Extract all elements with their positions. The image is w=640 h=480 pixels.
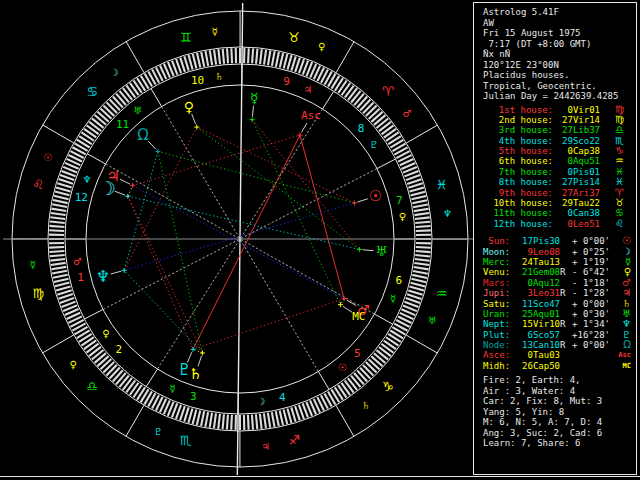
aspect-line (124, 127, 197, 270)
degree-tick (100, 109, 111, 119)
degree-tick (408, 183, 422, 187)
planet-glyph: ☿ (250, 90, 259, 106)
house-value: 0Cap38 (553, 146, 600, 156)
degree-tick (413, 271, 428, 274)
sign-ruler-icon: ♆ (443, 208, 452, 219)
degree-tick (248, 48, 249, 63)
degree-tick (227, 415, 228, 430)
aspect-line (197, 127, 355, 203)
degree-tick (272, 412, 275, 427)
house-ruler-icon: ♂ (73, 256, 82, 267)
degree-tick (413, 204, 428, 207)
sign-boundary (126, 405, 144, 436)
house-ruler-icon: ☉ (338, 362, 347, 373)
house-value: 27Lib37 (553, 125, 600, 135)
header-line: 7:17 (DT +8:00 GMT) (483, 39, 636, 50)
degree-tick (214, 413, 216, 428)
degree-tick (51, 213, 66, 215)
degree-tick (411, 196, 426, 199)
degree-tick (52, 204, 67, 207)
degree-tick (189, 55, 193, 69)
planet-position: 15Vir10 (510, 319, 560, 329)
retrograde-flag (560, 278, 567, 288)
degree-tick (184, 407, 188, 421)
degree-tick (264, 413, 266, 428)
degree-tick (56, 286, 70, 290)
sign-ruler-icon: ☿ (212, 26, 218, 37)
degree-tick (57, 290, 71, 294)
planet-position-list: Sun:17Pis30+ 0°00'☉Moon:9Leo08+ 0°25'☽Me… (483, 236, 636, 371)
sign-ruler-icon: ♀ (318, 41, 325, 52)
planet-row: Mars:0Aqu12- 1°18'♂ (483, 278, 636, 288)
house-cusp (87, 154, 105, 164)
planet-row: Sun:17Pis30+ 0°00'☉ (483, 236, 636, 246)
degree-tick (49, 251, 64, 252)
degree-tick (218, 414, 220, 429)
house-label: 9th house: (483, 188, 553, 198)
planet-glyph: ☉ (369, 187, 382, 205)
sign-ruler-icon: ☿ (29, 259, 35, 270)
stat-line: Fire: 2, Earth: 4, (483, 375, 636, 386)
house-ruler-icon: ☽ (256, 396, 265, 407)
degree-tick (100, 359, 111, 369)
planet-label: Sun: (483, 236, 510, 246)
planet-position: 0Aqu12 (510, 278, 560, 288)
house-label: 5th house: (483, 146, 553, 156)
house-cusp (377, 159, 396, 169)
degree-tick (288, 55, 292, 69)
degree-tick (414, 263, 429, 265)
retrograde-flag: R (560, 288, 567, 298)
house-value: 0Can38 (553, 208, 600, 218)
degree-tick (260, 414, 262, 429)
planet-position: 11Sco47 (510, 299, 560, 309)
degree-tick (110, 99, 120, 110)
house-row: 2nd house:27Vir14♍ (483, 115, 636, 125)
retrograde-flag (560, 247, 567, 257)
house-label: 12th house: (483, 219, 553, 229)
house-label: 8th house: (483, 177, 553, 187)
planet-velocity: - 1°18' (567, 278, 610, 288)
planet-glyph: ♃ (106, 167, 119, 185)
aspect-line (252, 120, 359, 250)
planet-label: Merc: (483, 257, 510, 267)
planet-position: 13Can10 (510, 340, 560, 350)
degree-tick (276, 411, 279, 426)
degree-tick (252, 48, 253, 63)
house-label: 10th house: (483, 198, 553, 208)
degree-tick (50, 217, 65, 219)
degree-tick (223, 414, 224, 429)
house-cusp-list: 1st house:0Vir01♍2nd house:27Vir14♍3rd h… (483, 105, 636, 230)
degree-tick (256, 414, 257, 429)
house-number: 2 (116, 343, 123, 356)
house-ruler-icon: ♀ (102, 328, 109, 339)
degree-tick (360, 99, 370, 110)
planet-velocity: + 0°00' (567, 340, 610, 350)
planet-label: Uran: (483, 309, 510, 319)
house-number: 1 (77, 271, 84, 284)
house-row: 1st house:0Vir01♍ (483, 105, 636, 115)
planet-label: Midh: (483, 361, 510, 371)
planet-label: Satu: (483, 299, 510, 309)
planet-label: Moon: (483, 247, 510, 257)
planet-label: Venu: (483, 267, 510, 277)
sign-glyph: ♍ (32, 286, 44, 301)
degree-tick (268, 413, 270, 428)
degree-tick (54, 279, 69, 282)
sign-glyph: ♒ (436, 286, 448, 301)
planet-pointer (120, 179, 130, 184)
aspect-line (340, 299, 344, 305)
house-value: 27Vir14 (553, 115, 600, 125)
planet-pointer (148, 141, 156, 149)
degree-tick (201, 52, 204, 67)
planet-position: 0Tau03 (510, 350, 560, 360)
stat-line: Learn: 7, Share: 6 (483, 438, 636, 449)
header-line: Fri 15 August 1975 (483, 28, 636, 39)
planet-velocity: + 1°19' (567, 257, 610, 267)
aspect-line (128, 185, 133, 196)
planet-pointer (357, 199, 367, 202)
aspect-line (158, 151, 355, 203)
degree-tick (103, 362, 114, 372)
planet-row: Moon:9Leo08+ 0°25'☽ (483, 247, 636, 257)
house-number: 12 (75, 191, 88, 204)
stat-line: Air : 3, Water: 4 (483, 386, 636, 397)
